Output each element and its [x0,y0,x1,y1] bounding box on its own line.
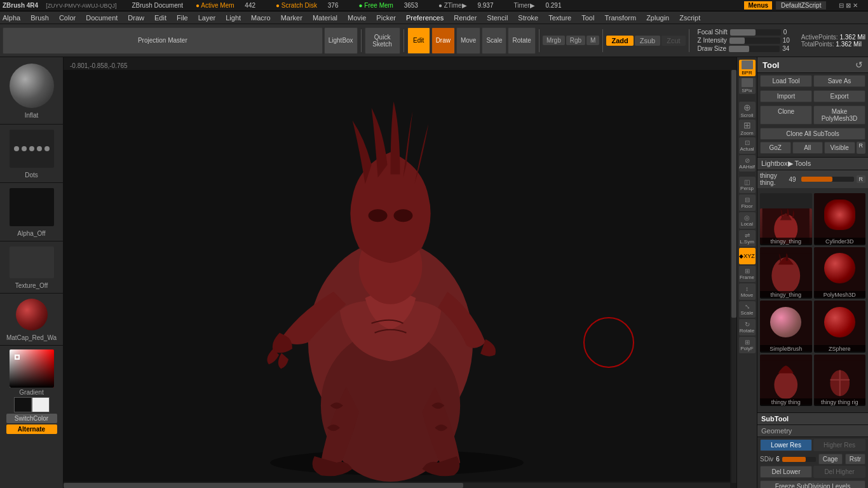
v-scrollbar-thumb[interactable] [731,70,736,318]
menu-marker[interactable]: Marker [281,14,302,22]
menu-stencil[interactable]: Stencil [487,14,508,22]
focal-shift-slider[interactable] [730,29,781,36]
scale-button[interactable]: Scale [482,27,506,54]
viewport[interactable] [64,70,730,482]
clone-all-subtools-button[interactable]: Clone All SubTools [760,128,865,140]
all-button[interactable]: All [792,142,824,154]
menu-movie[interactable]: Movie [348,14,366,22]
thumb-thingy-thing3[interactable]: thingy thing [760,355,812,407]
canvas-area[interactable]: -0.801,-0.858,-0.765 [64,57,736,488]
scroll-button[interactable]: ⊕ Scroll [739,102,756,118]
quick-sketch-button[interactable]: Quick Sketch [365,27,400,54]
bpr-button[interactable]: BPR [739,60,756,76]
goz-button[interactable]: GoZ [760,142,791,154]
menu-draw[interactable]: Draw [128,14,144,22]
make-polymesh-button[interactable]: Make PolyMesh3D [813,105,865,125]
floor-button[interactable]: ⊟ Floor [739,194,756,211]
menu-picker[interactable]: Picker [376,14,396,22]
move-strip-button[interactable]: ↕ Move [739,283,756,300]
swatch-white[interactable] [32,397,50,412]
freeze-subdiv-button[interactable]: Freeze SubDivision Levels [760,480,865,488]
m-button[interactable]: M [587,36,599,45]
menu-tool[interactable]: Tool [581,14,594,22]
thumb-thingy-thing[interactable]: thingy_thing [760,193,812,245]
del-lower-button[interactable]: Del Lower [760,466,812,478]
save-as-button[interactable]: Save As [813,75,865,87]
visible-button[interactable]: Visible [824,142,855,154]
menu-brush[interactable]: Brush [31,14,49,22]
lower-res-button[interactable]: Lower Res [760,439,812,451]
sdiv-slider[interactable] [782,457,816,462]
menu-texture[interactable]: Texture [548,14,571,22]
stroke-preview[interactable] [10,130,54,168]
tool-reset-icon[interactable]: ↺ [855,60,863,70]
rstr-button[interactable]: Rstr [845,454,865,464]
frame-button[interactable]: ⊞ Frame [739,266,756,282]
move-button[interactable]: Move [456,27,480,54]
alternate-button[interactable]: Alternate [6,424,57,434]
rgb-button[interactable]: Rgb [566,36,585,45]
menu-document[interactable]: Document [86,14,118,22]
zadd-button[interactable]: Zadd [606,36,633,46]
menu-stroke[interactable]: Stroke [518,14,538,22]
geometry-header[interactable]: Geometry [757,425,868,437]
menu-edit[interactable]: Edit [154,14,166,22]
export-button[interactable]: Export [813,90,865,102]
spix-button[interactable]: SPix [739,78,756,94]
draw-button[interactable]: Draw [431,27,455,54]
rotate-button[interactable]: Rotate [508,27,535,54]
menu-preferences[interactable]: Preferences [406,14,444,22]
zsub-button[interactable]: Zsub [635,36,660,46]
scale-strip-button[interactable]: ⤡ Scale [739,301,756,318]
menu-color[interactable]: Color [59,14,76,22]
menu-layer[interactable]: Layer [198,14,216,22]
h-scrollbar[interactable] [64,483,730,488]
cage-button[interactable]: Cage [818,454,843,464]
alpha-preview[interactable] [10,188,54,226]
menu-file[interactable]: File [177,14,188,22]
menu-zscript[interactable]: Zscript [679,14,700,22]
import-button[interactable]: Import [760,90,812,102]
thumb-simplebrush[interactable]: SimpleBrush [760,301,812,353]
thumb-thingy-rig[interactable]: thingy thing rig [814,355,866,407]
del-higher-button[interactable]: Del Higher [813,466,865,478]
polyf-button[interactable]: ⊞ PolyF [739,337,756,353]
menu-zplugin[interactable]: Zplugin [646,14,669,22]
menu-transform[interactable]: Transform [604,14,636,22]
brush-sphere-preview[interactable] [10,64,54,108]
h-scrollbar-thumb[interactable] [64,483,463,488]
matcap-sphere[interactable] [16,299,48,330]
z-intensity-slider[interactable] [729,37,780,44]
xyz-button[interactable]: ◆XYZ [739,248,756,264]
edit-button[interactable]: Edit [407,27,430,54]
menu-light[interactable]: Light [226,14,241,22]
script-field[interactable]: DefaultZScript [776,1,826,10]
menu-material[interactable]: Material [313,14,337,22]
thumb-thingy-thing2[interactable]: thingy_thing [760,247,812,299]
thumb-polymesh3d[interactable]: PolyMesh3D [814,247,866,299]
v-scrollbar[interactable] [731,70,736,483]
aahalf-button[interactable]: ⊘ AAHalf [739,155,756,172]
persp-button[interactable]: ◫ Persp [739,177,756,193]
lightbox-tools-header[interactable]: Lightbox▶ Tools [757,157,868,170]
swatch-black[interactable] [14,397,32,412]
zoom-button[interactable]: ⊞ Zoom [739,119,756,136]
thingy-slider[interactable] [801,177,854,182]
texture-preview[interactable] [10,247,54,278]
menus-button[interactable]: Menus [744,1,772,10]
actual-button[interactable]: ⊡ Actual [739,137,756,154]
higher-res-button[interactable]: Higher Res [813,439,865,451]
rotate-strip-button[interactable]: ↻ Rotate [739,319,756,336]
color-picker[interactable] [10,349,54,388]
projection-master-button[interactable]: Projection Master [3,27,323,54]
menu-macro[interactable]: Macro [251,14,271,22]
lightbox-button[interactable]: LightBox [324,27,358,54]
draw-size-slider[interactable] [729,46,780,52]
clone-button[interactable]: Clone [760,105,812,125]
lsym-button[interactable]: ⇌ L.Sym [739,230,756,247]
subtool-header[interactable]: SubTool [757,412,868,425]
menu-alpha[interactable]: Alpha [3,14,20,22]
thumb-zsphere[interactable]: ZSphere [814,301,866,353]
local-button[interactable]: ◎ Local [739,212,756,229]
menu-render[interactable]: Render [454,14,477,22]
